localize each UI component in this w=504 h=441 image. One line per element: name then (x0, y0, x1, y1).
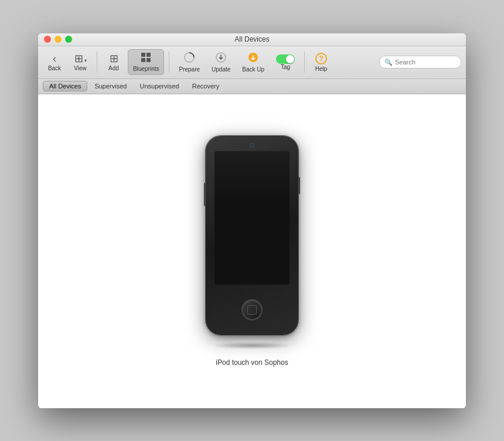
side-button-right (298, 177, 300, 194)
device-top-area (206, 136, 298, 148)
side-button-left (204, 183, 206, 206)
window-controls (44, 36, 72, 43)
svg-rect-0 (141, 53, 145, 57)
toggle-switch[interactable] (276, 54, 295, 64)
back-icon: ‹ (53, 53, 56, 64)
separator-1 (97, 52, 97, 73)
svg-rect-3 (147, 58, 151, 62)
title-bar: All Devices (38, 33, 466, 46)
blueprints-icon (141, 52, 151, 64)
add-label: Add (108, 65, 119, 71)
svg-rect-1 (147, 53, 151, 57)
filter-tab-unsupervised[interactable]: Unsupervised (134, 81, 185, 91)
backup-icon (247, 52, 259, 65)
update-icon (215, 52, 227, 65)
device-container: iPod touch von Sophos (206, 136, 298, 367)
filter-bar: All Devices Supervised Unsupervised Reco… (38, 79, 466, 94)
device-illustration (206, 136, 298, 335)
help-button[interactable]: ? Help (309, 50, 333, 74)
screen-reflection (214, 151, 290, 204)
prepare-label: Prepare (179, 66, 200, 73)
tag-button[interactable]: Tag (271, 52, 299, 73)
filter-tab-supervised[interactable]: Supervised (88, 81, 132, 91)
maximize-button[interactable] (65, 36, 72, 43)
add-button[interactable]: ⊞ Add (102, 51, 125, 74)
add-icon: ⊞ (110, 53, 118, 64)
chevron-down-icon: ▾ (84, 58, 87, 63)
device-bottom-area (206, 285, 298, 335)
search-icon: 🔍 (384, 59, 393, 66)
update-label: Update (212, 66, 230, 73)
toolbar: ‹ Back ⊞▾ View ⊞ Add Blueprints (38, 46, 466, 79)
device-screen (214, 151, 290, 285)
separator-3 (304, 52, 305, 73)
backup-button[interactable]: Back Up (237, 49, 269, 75)
search-field[interactable]: 🔍 (379, 56, 461, 69)
filter-tab-recovery[interactable]: Recovery (186, 81, 225, 91)
search-input[interactable] (395, 59, 456, 66)
front-camera (250, 143, 254, 148)
svg-rect-2 (141, 58, 145, 62)
blueprints-label: Blueprints (133, 66, 159, 72)
blueprints-button[interactable]: Blueprints (128, 49, 164, 75)
view-label: View (74, 65, 87, 71)
prepare-icon (183, 52, 195, 65)
help-icon: ? (315, 53, 327, 64)
filter-tab-all-devices[interactable]: All Devices (43, 81, 87, 91)
back-label: Back (48, 65, 61, 71)
close-button[interactable] (44, 36, 51, 43)
main-window: All Devices ‹ Back ⊞▾ View ⊞ Add (38, 33, 466, 408)
prepare-button[interactable]: Prepare (174, 49, 205, 75)
tag-label: Tag (281, 64, 290, 70)
separator-2 (169, 52, 169, 73)
window-title: All Devices (234, 35, 269, 43)
view-button[interactable]: ⊞▾ View (69, 51, 92, 74)
backup-label: Back Up (242, 66, 264, 73)
tag-toggle (276, 54, 295, 64)
device-name-label: iPod touch von Sophos (216, 358, 288, 367)
home-button (241, 299, 263, 320)
minimize-button[interactable] (55, 36, 62, 43)
home-button-inner (247, 305, 257, 314)
help-label: Help (315, 66, 328, 72)
device-shadow (211, 342, 293, 349)
view-icon: ⊞▾ (74, 53, 87, 64)
main-content: iPod touch von Sophos (38, 94, 466, 408)
back-button[interactable]: ‹ Back (43, 51, 66, 74)
update-button[interactable]: Update (207, 49, 235, 75)
